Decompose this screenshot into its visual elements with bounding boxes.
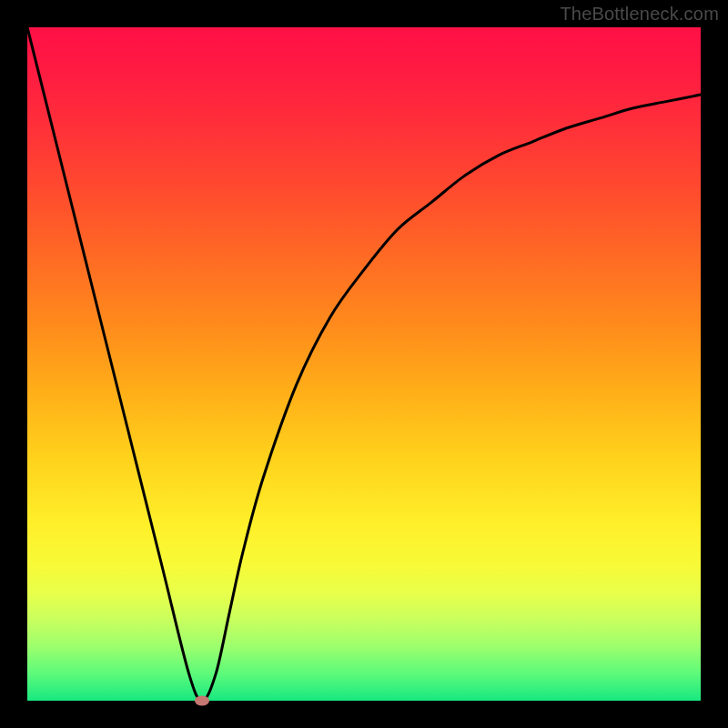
minimum-marker — [195, 696, 209, 706]
bottleneck-curve — [27, 27, 701, 701]
chart-frame: TheBottleneck.com — [0, 0, 728, 728]
plot-area — [27, 27, 701, 701]
attribution-text: TheBottleneck.com — [560, 4, 719, 25]
